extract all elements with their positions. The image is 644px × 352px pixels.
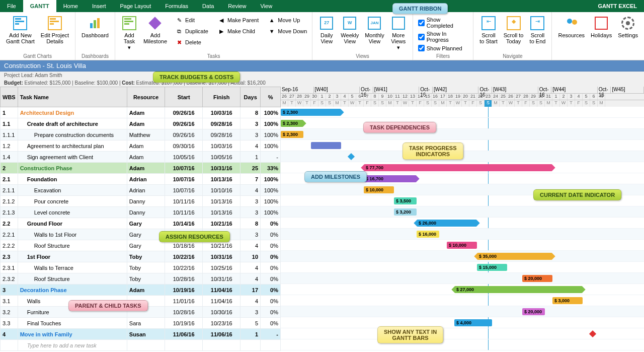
table-row[interactable]: 1.1Create draft of architectureAdam09/26… <box>1 118 281 129</box>
scroll-start-icon: ⇤ <box>480 15 497 31</box>
delete-button[interactable]: ✖Delete <box>173 37 210 47</box>
gantt-bar[interactable]: $ 16,000 <box>417 231 439 238</box>
bar-cost-label: $ 3,000 <box>554 298 570 303</box>
col-days[interactable]: Days <box>240 87 261 107</box>
make-child-button[interactable]: ▶Make Child <box>215 26 261 36</box>
table-row[interactable]: 2.1.2Pour concreteDanny10/11/1610/13/163… <box>1 196 281 207</box>
menu-insert[interactable]: Insert <box>85 0 113 12</box>
table-row[interactable]: 2.1.1ExcavationAdrian10/07/1610/10/16410… <box>1 185 281 196</box>
scroll-start-button[interactable]: ⇤Scroll to Start <box>476 14 500 45</box>
gantt-bar[interactable]: $ 26,000 <box>417 220 477 227</box>
gantt-bar[interactable]: $ 3,000 <box>552 297 583 304</box>
table-row[interactable]: 4Move in with FamilySusan11/06/1611/06/1… <box>1 329 281 340</box>
table-row[interactable]: 2.1FoundationAdrian10/07/1610/13/167100% <box>1 174 281 185</box>
table-row[interactable]: 1Architectural DesignAdam09/26/1610/03/1… <box>1 107 281 118</box>
group-filters: Show Completed Show In Progress Show Pla… <box>413 12 474 60</box>
gantt-bar[interactable] <box>311 142 341 149</box>
timeline[interactable]: Sep-16[W40]Oct-16[W41]Oct-16[W42]Oct-16[… <box>281 87 644 351</box>
col-pct[interactable]: % <box>261 87 281 107</box>
add-milestone-button[interactable]: Add Milestone <box>140 14 170 45</box>
group-label: Gantt Charts <box>0 53 75 60</box>
scroll-today-button[interactable]: ◆Scroll to Today <box>501 14 527 45</box>
resources-button[interactable]: Resources <box>555 14 588 39</box>
timeline-row: $ 26,000 <box>281 218 644 229</box>
table-row[interactable]: 1.1.1Prepare construction documentsMatth… <box>1 129 281 140</box>
menu-pagelayout[interactable]: Page Layout <box>113 0 158 12</box>
gear-icon <box>620 15 636 31</box>
show-completed-checkbox[interactable]: Show Completed <box>416 16 470 29</box>
gantt-bar[interactable]: $ 3,500 <box>394 197 417 204</box>
show-planned-checkbox[interactable]: Show Planned <box>416 44 470 52</box>
edit-task-button[interactable]: ✎Edit <box>173 15 210 25</box>
add-task-button[interactable]: Add Task▾ <box>118 14 140 51</box>
table-row[interactable]: 3Decoration PhaseAdam10/19/1611/04/16170… <box>1 285 281 296</box>
gantt-bar[interactable]: $ 16,700 <box>364 175 417 182</box>
gantt-bar[interactable]: $ 35,000 <box>477 253 552 260</box>
svg-rect-2 <box>97 18 100 28</box>
menu-home[interactable]: Home <box>56 0 85 12</box>
gantt-bar[interactable]: $ 3,200 <box>394 208 417 216</box>
add-new-gantt-button[interactable]: Add New Gantt Chart <box>3 14 38 45</box>
gantt-bar[interactable]: $ 10,000 <box>447 242 477 249</box>
show-inprogress-checkbox[interactable]: Show In Progress <box>416 30 470 43</box>
bar-cost-label: $ 2,300 <box>283 121 298 126</box>
copy-icon: ⧉ <box>175 27 183 35</box>
timeline-row: $ 2,300 <box>281 107 644 118</box>
gantt-bar[interactable]: $ 27,000 <box>454 286 583 293</box>
table-row[interactable]: 2.3.1Walls to TerraceToby10/22/1610/25/1… <box>1 262 281 273</box>
callout-budgets: TRACK BUDGETS & COSTS <box>153 72 240 83</box>
bar-cost-label: $ 27,000 <box>456 287 474 292</box>
scroll-end-button[interactable]: ⇥Scroll to End <box>526 14 548 45</box>
table-row[interactable]: 2.2Ground FloorGary10/14/1610/21/1680% <box>1 218 281 229</box>
menu-formulas[interactable]: Formulas <box>158 0 195 12</box>
gantt-bar[interactable]: $ 77,700 <box>364 164 552 171</box>
weekly-view-button[interactable]: WWeekly View <box>338 14 362 45</box>
table-row[interactable]: 2.31st FloorToby10/22/1610/31/16100% <box>1 251 281 262</box>
gantt-bar[interactable]: $ 20,000 <box>522 308 545 315</box>
timeline-row: $ 27,000 <box>281 284 644 295</box>
table-row[interactable]: 2Construction PhaseAdam10/07/1610/31/162… <box>1 163 281 174</box>
table-row[interactable]: 2.2.2Roof StructureGary10/18/1610/21/164… <box>1 240 281 251</box>
make-parent-button[interactable]: ◀Make Parent <box>215 15 261 25</box>
settings-button[interactable]: Settings <box>615 14 641 39</box>
callout-progress: TASK PROGRESS INDICATORS <box>403 143 463 160</box>
dashboard-button[interactable]: Dashboard <box>78 14 112 39</box>
col-task[interactable]: Task Name <box>18 87 127 107</box>
duplicate-button[interactable]: ⧉Duplicate <box>173 26 210 36</box>
table-row[interactable]: 1.2Agreement to architectural planAdam09… <box>1 140 281 152</box>
table-row[interactable]: 2.3.2Roof StructureToby10/28/1610/31/164… <box>1 273 281 285</box>
gantt-bar[interactable]: $ 15,000 <box>477 264 507 271</box>
gantt-bar[interactable]: $ 2,300 <box>281 109 341 116</box>
more-views-button[interactable]: More Views▾ <box>387 14 410 51</box>
move-down-button[interactable]: ▼Move Down <box>266 26 309 36</box>
table-row[interactable]: 2.1.3Level concreteDanny10/11/1610/13/16… <box>1 207 281 218</box>
holidays-button[interactable]: Holidays <box>588 14 615 39</box>
edit-project-details-button[interactable]: Edit Project Details <box>38 14 72 45</box>
col-resource[interactable]: Resource <box>127 87 165 107</box>
col-finish[interactable]: Finish <box>203 87 240 107</box>
col-wbs[interactable]: WBS <box>1 87 18 107</box>
col-start[interactable]: Start <box>165 87 203 107</box>
gantt-bar[interactable]: $ 10,000 <box>364 186 394 193</box>
monthly-view-button[interactable]: JANMonthly View <box>362 14 387 45</box>
menu-review[interactable]: Review <box>221 0 253 12</box>
gantt-bar[interactable]: $ 2,300 <box>281 120 303 127</box>
milestone-marker[interactable] <box>348 153 355 160</box>
group-label: Navigate <box>473 53 551 60</box>
table-row[interactable]: 2.2.1Walls to 1st FloorGary30% <box>1 229 281 240</box>
move-up-button[interactable]: ▲Move Up <box>266 15 309 25</box>
add-task-icon <box>121 15 137 31</box>
callout-parent: PARENT & CHILD TASKS <box>68 300 148 311</box>
new-task-input[interactable]: Type here to add a new task <box>18 340 127 351</box>
gantt-bar[interactable]: $ 20,000 <box>522 275 552 282</box>
menu-gantt[interactable]: GANTT <box>23 0 56 12</box>
menu-view[interactable]: View <box>253 0 279 12</box>
gantt-bar[interactable]: $ 2,300 <box>281 131 303 138</box>
menu-data[interactable]: Data <box>195 0 221 12</box>
daily-view-button[interactable]: 27Daily View <box>315 14 338 45</box>
gantt-bar[interactable]: $ 4,000 <box>454 319 492 326</box>
milestone-marker[interactable] <box>589 330 596 337</box>
menu-file[interactable]: File <box>0 0 23 12</box>
table-row[interactable]: 3.3Final TouchesSara10/19/1610/23/1650% <box>1 318 281 329</box>
table-row[interactable]: 1.4Sign agreement with ClientAdam10/05/1… <box>1 152 281 163</box>
